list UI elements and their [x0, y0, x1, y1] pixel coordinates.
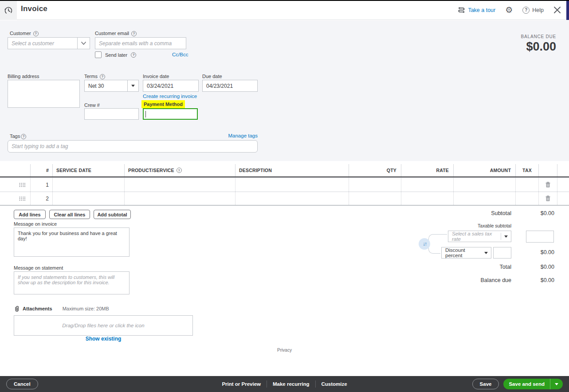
payment-method-input[interactable]: [143, 108, 198, 120]
attachments-dropzone[interactable]: Drag/Drop files here or click the icon: [14, 315, 193, 336]
due-date-input[interactable]: [203, 83, 257, 89]
message-on-statement-textarea[interactable]: [14, 271, 129, 294]
discount-type-select[interactable]: Discount percent: [441, 247, 491, 259]
cell-tax[interactable]: [515, 178, 538, 192]
col-header-product-service: PRODUCT/SERVICE?: [124, 164, 235, 176]
tour-icon: [458, 7, 465, 13]
send-later-label: Send later: [105, 52, 127, 58]
tags-input[interactable]: [8, 143, 257, 149]
make-recurring-button[interactable]: Make recurring: [273, 381, 309, 387]
cell-service-date[interactable]: [52, 192, 124, 205]
discount-caret-icon: [481, 252, 491, 254]
taxable-subtotal-label: Taxable subtotal: [478, 223, 511, 228]
help-icon: ?: [522, 7, 530, 14]
cell-rate[interactable]: [401, 178, 453, 192]
customer-label: Customer?: [10, 31, 39, 36]
invoice-page: Invoice Take a tour ⚙ ? Help Customer?: [0, 0, 569, 392]
balance-due-row-label: Balance due: [480, 277, 511, 283]
customize-button[interactable]: Customize: [321, 381, 347, 387]
sales-tax-select[interactable]: Select a sales tax rate: [448, 231, 511, 242]
attachments-label: Attachments: [23, 306, 52, 311]
balance-due-amount: $0.00: [526, 40, 556, 54]
col-header-rate: RATE: [401, 164, 453, 176]
terms-caret-icon: [128, 80, 138, 91]
crew-number-label: Crew #: [84, 102, 100, 108]
col-header-tax: TAX: [515, 164, 538, 176]
cell-qty[interactable]: [349, 192, 401, 205]
tags-label: Tags?: [10, 133, 26, 139]
cell-product-service[interactable]: [124, 192, 235, 205]
create-recurring-link[interactable]: Create recurring invoice: [143, 94, 197, 99]
cancel-button[interactable]: Cancel: [6, 379, 38, 389]
balance-due-label: BALANCE DUE: [521, 34, 556, 39]
cell-product-service[interactable]: [124, 178, 235, 192]
drag-handle-icon[interactable]: [14, 178, 30, 192]
attachments-max-size: Maximum size: 20MB: [63, 306, 109, 311]
text-cursor: [145, 111, 146, 118]
footer-bar: Cancel Print or Preview Make recurring C…: [0, 376, 569, 392]
take-a-tour-button[interactable]: Take a tour: [458, 7, 495, 13]
show-existing-link[interactable]: Show existing: [14, 336, 193, 342]
gear-icon[interactable]: ⚙: [505, 6, 513, 14]
total-value: $0.00: [541, 264, 554, 270]
swap-order-icon[interactable]: ↓↑: [419, 238, 430, 250]
discount-amount: $0.00: [541, 249, 554, 255]
drag-handle-icon[interactable]: [14, 192, 30, 205]
ccbcc-link[interactable]: Cc/Bcc: [172, 52, 188, 57]
discount-value-input[interactable]: [493, 247, 511, 259]
add-lines-button[interactable]: Add lines: [14, 210, 46, 219]
save-and-send-caret-icon[interactable]: [550, 379, 563, 389]
tags-field-wrap: [8, 140, 258, 153]
subtotal-value: $0.00: [541, 210, 554, 216]
close-icon[interactable]: [553, 6, 561, 14]
help-button[interactable]: ? Help: [522, 7, 544, 14]
cell-tax[interactable]: [515, 192, 538, 205]
message-on-invoice-label: Message on invoice: [14, 221, 57, 227]
tags-help-icon[interactable]: ?: [21, 134, 26, 139]
top-black-strip: [0, 0, 569, 1]
trash-icon[interactable]: [538, 192, 557, 205]
terms-select[interactable]: Net 30: [84, 80, 139, 92]
crew-number-input[interactable]: [84, 108, 139, 120]
send-later-checkbox[interactable]: [95, 51, 102, 58]
clear-all-lines-button[interactable]: Clear all lines: [49, 210, 90, 219]
customer-help-icon[interactable]: ?: [33, 31, 39, 36]
invoice-history-icon: [0, 1, 17, 20]
customer-email-field-wrap: [95, 37, 186, 49]
cell-rate[interactable]: [401, 192, 453, 205]
product-help-icon[interactable]: ?: [177, 168, 182, 173]
customer-email-input[interactable]: [95, 40, 186, 47]
connector-line-top: [428, 234, 447, 240]
billing-address-label: Billing address: [8, 74, 39, 79]
message-on-invoice-textarea[interactable]: Thank you for your business and have a g…: [14, 227, 129, 257]
invoice-date-input[interactable]: [143, 83, 198, 89]
trash-icon[interactable]: [538, 178, 557, 192]
row-number: 2: [30, 192, 52, 205]
connector-line-bottom: [428, 248, 440, 254]
terms-help-icon[interactable]: ?: [100, 74, 105, 79]
cell-description[interactable]: [235, 192, 349, 205]
send-later-help-icon[interactable]: ?: [131, 52, 136, 58]
cell-qty[interactable]: [349, 178, 401, 192]
col-header-service-date: SERVICE DATE: [52, 164, 124, 176]
cell-description[interactable]: [235, 178, 349, 192]
customer-select[interactable]: Select a customer: [8, 37, 90, 49]
sales-tax-amount-input[interactable]: [526, 231, 554, 243]
privacy-link[interactable]: Privacy: [0, 348, 569, 353]
billing-address-textarea[interactable]: [8, 80, 80, 108]
cell-amount[interactable]: [453, 192, 515, 205]
table-row: 1: [0, 177, 569, 192]
sales-tax-caret-icon: [501, 235, 511, 238]
manage-tags-link[interactable]: Manage tags: [228, 133, 258, 138]
email-help-icon[interactable]: ?: [131, 31, 137, 36]
cell-amount[interactable]: [453, 178, 515, 192]
invoice-date-label: Invoice date: [143, 74, 169, 79]
right-edge-strip: [566, 0, 569, 20]
print-or-preview-button[interactable]: Print or Preview: [222, 381, 261, 387]
chevron-down-icon: [78, 38, 90, 49]
col-header-number: #: [30, 164, 52, 176]
cell-service-date[interactable]: [52, 178, 124, 192]
save-and-send-button[interactable]: Save and send: [503, 379, 563, 389]
save-button[interactable]: Save: [472, 379, 499, 389]
add-subtotal-button[interactable]: Add subtotal: [94, 210, 131, 219]
